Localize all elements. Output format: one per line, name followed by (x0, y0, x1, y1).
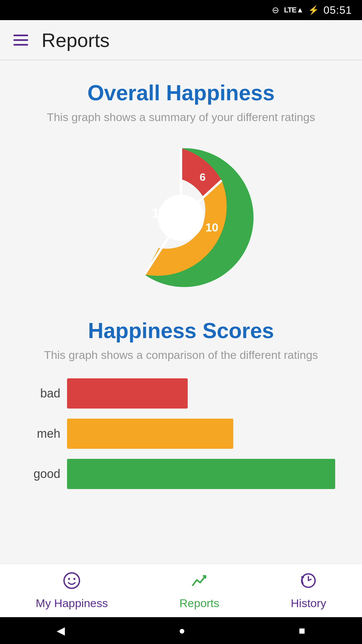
bar-row-bad: bad (27, 378, 335, 409)
nav-item-my-happiness[interactable]: My Happiness (36, 572, 108, 610)
status-icons: ⊖ LTE▲ ⚡ 05:51 (272, 4, 352, 16)
bar-row-good: good (27, 459, 335, 489)
status-bar: ⊖ LTE▲ ⚡ 05:51 (0, 0, 362, 20)
bar-chart: bad meh good (13, 378, 349, 489)
donut-chart-container: 18 6 10 (13, 141, 349, 295)
overall-happiness-title: Overall Happiness (13, 80, 349, 105)
green-label: 18 (152, 205, 167, 221)
bar-track-good (67, 459, 335, 489)
red-label: 6 (199, 171, 205, 183)
android-nav: ◀ ● ■ (0, 617, 362, 644)
bottom-nav: My Happiness Reports History (0, 564, 362, 617)
bar-label-bad: bad (27, 386, 60, 400)
app-bar: Reports (0, 20, 362, 60)
recents-button[interactable]: ■ (299, 625, 305, 637)
nav-item-history[interactable]: History (291, 572, 326, 610)
menu-button[interactable] (13, 35, 28, 46)
chart-icon (191, 572, 208, 593)
happiness-scores-subtitle: This graph shows a comparison of the dif… (13, 348, 349, 362)
hamburger-line-3 (13, 44, 28, 46)
bar-label-good: good (27, 467, 60, 481)
hamburger-line-1 (13, 35, 28, 36)
svg-point-4 (68, 578, 70, 580)
main-content: Overall Happiness This graph shows a sum… (0, 60, 362, 564)
home-button[interactable]: ● (179, 625, 185, 637)
nav-label-my-happiness: My Happiness (36, 597, 108, 610)
bar-fill-meh (67, 419, 233, 449)
happiness-scores-section: Happiness Scores This graph shows a comp… (13, 318, 349, 489)
bar-track-meh (67, 419, 335, 449)
svg-point-3 (64, 573, 79, 588)
lte-signal-icon: LTE▲ (284, 6, 303, 14)
bar-label-meh: meh (27, 427, 60, 441)
svg-point-5 (73, 578, 75, 580)
page-title: Reports (42, 29, 110, 51)
nav-label-reports: Reports (179, 597, 219, 610)
donut-chart: 18 6 10 (104, 141, 258, 295)
orange-label: 10 (205, 221, 218, 234)
bar-fill-bad (67, 378, 188, 409)
battery-icon: ⚡ (308, 5, 319, 15)
bar-track-bad (67, 378, 335, 409)
smiley-icon (63, 572, 80, 593)
nav-item-reports[interactable]: Reports (179, 572, 219, 610)
nav-label-history: History (291, 597, 326, 610)
status-time: 05:51 (323, 4, 352, 16)
back-button[interactable]: ◀ (57, 624, 65, 637)
bar-fill-good (67, 459, 335, 489)
overall-happiness-section: Overall Happiness This graph shows a sum… (13, 80, 349, 295)
hamburger-line-2 (13, 39, 28, 41)
bar-row-meh: meh (27, 419, 335, 449)
history-icon (300, 572, 317, 593)
do-not-disturb-icon: ⊖ (272, 5, 279, 15)
happiness-scores-title: Happiness Scores (13, 318, 349, 343)
overall-happiness-subtitle: This graph shows a summary of your diffe… (13, 111, 349, 124)
